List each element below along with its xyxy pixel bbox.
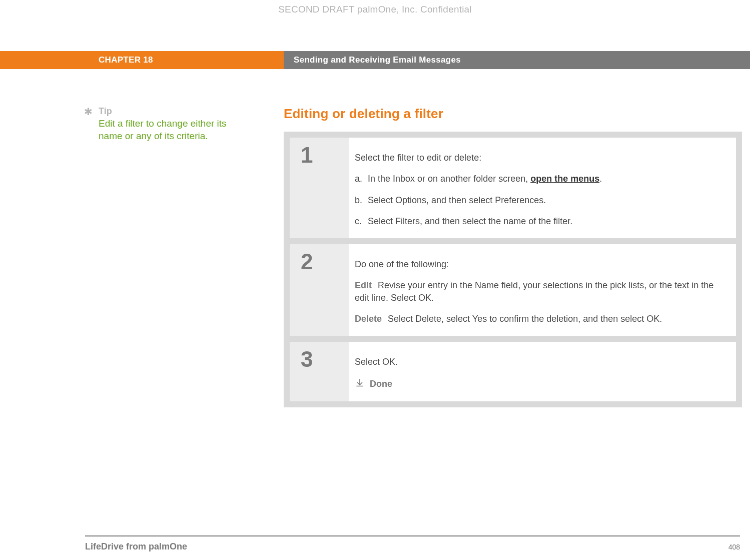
done-label: Done bbox=[370, 378, 392, 390]
steps-container: 1 Select the filter to edit or delete: a… bbox=[284, 132, 742, 407]
step-number: 2 bbox=[290, 244, 349, 336]
step-number: 3 bbox=[290, 342, 349, 401]
option-text: Select Delete, select Yes to confirm the… bbox=[388, 314, 662, 324]
chapter-label: CHAPTER 18 bbox=[85, 51, 284, 69]
substep-letter: c. bbox=[355, 215, 368, 227]
substep-suffix: . bbox=[599, 174, 602, 184]
footer-title: LifeDrive from palmOne bbox=[85, 541, 187, 552]
sidebar: ✱ Tip Edit a filter to change either its… bbox=[0, 106, 284, 407]
option-row: EditRevise your entry in the Name field,… bbox=[355, 279, 727, 304]
option-label: Edit bbox=[355, 280, 372, 290]
tip-label: Tip bbox=[99, 106, 234, 117]
substep-text: In the Inbox or on another folder screen… bbox=[368, 173, 727, 185]
substep: a. In the Inbox or on another folder scr… bbox=[355, 173, 727, 185]
tip-text: Edit a filter to change either its name … bbox=[99, 118, 227, 141]
step-body: Do one of the following: EditRevise your… bbox=[349, 244, 736, 336]
option-text: Revise your entry in the Name field, you… bbox=[355, 280, 713, 302]
content-column: Editing or deleting a filter 1 Select th… bbox=[284, 106, 750, 407]
step-lead: Select OK. bbox=[355, 356, 727, 368]
chapter-title: Sending and Receiving Email Messages bbox=[284, 51, 750, 69]
done-arrow-icon bbox=[355, 377, 365, 390]
step-lead: Do one of the following: bbox=[355, 258, 727, 270]
step-row: 1 Select the filter to edit or delete: a… bbox=[290, 138, 736, 238]
step-number: 1 bbox=[290, 138, 349, 238]
tip-content: Tip Edit a filter to change either its n… bbox=[99, 106, 234, 142]
step-row: 3 Select OK. Done bbox=[290, 342, 736, 401]
step-lead: Select the filter to edit or delete: bbox=[355, 152, 727, 164]
asterisk-icon: ✱ bbox=[84, 106, 93, 117]
option-row: DeleteSelect Delete, select Yes to confi… bbox=[355, 313, 727, 325]
substep-text: Select Options, and then select Preferen… bbox=[368, 194, 727, 206]
substep-letter: a. bbox=[355, 173, 368, 185]
section-heading: Editing or deleting a filter bbox=[284, 106, 742, 122]
tip-block: ✱ Tip Edit a filter to change either its… bbox=[84, 106, 234, 142]
page-number: 408 bbox=[728, 543, 740, 551]
step-row: 2 Do one of the following: EditRevise yo… bbox=[290, 244, 736, 336]
done-row: Done bbox=[355, 377, 727, 390]
footer: LifeDrive from palmOne 408 bbox=[85, 535, 740, 560]
substep-letter: b. bbox=[355, 194, 368, 206]
open-the-menus-link[interactable]: open the menus bbox=[530, 174, 599, 184]
substep: b. Select Options, and then select Prefe… bbox=[355, 194, 727, 206]
step-body: Select OK. Done bbox=[349, 342, 736, 401]
header-spacer bbox=[0, 51, 85, 69]
step-body: Select the filter to edit or delete: a. … bbox=[349, 138, 736, 238]
chapter-header-bar: CHAPTER 18 Sending and Receiving Email M… bbox=[0, 51, 750, 69]
confidential-watermark: SECOND DRAFT palmOne, Inc. Confidential bbox=[0, 4, 750, 15]
main-content-area: ✱ Tip Edit a filter to change either its… bbox=[0, 106, 750, 407]
option-label: Delete bbox=[355, 314, 382, 324]
substep: c. Select Filters, and then select the n… bbox=[355, 215, 727, 227]
substep-prefix: In the Inbox or on another folder screen… bbox=[368, 174, 530, 184]
substep-text: Select Filters, and then select the name… bbox=[368, 215, 727, 227]
